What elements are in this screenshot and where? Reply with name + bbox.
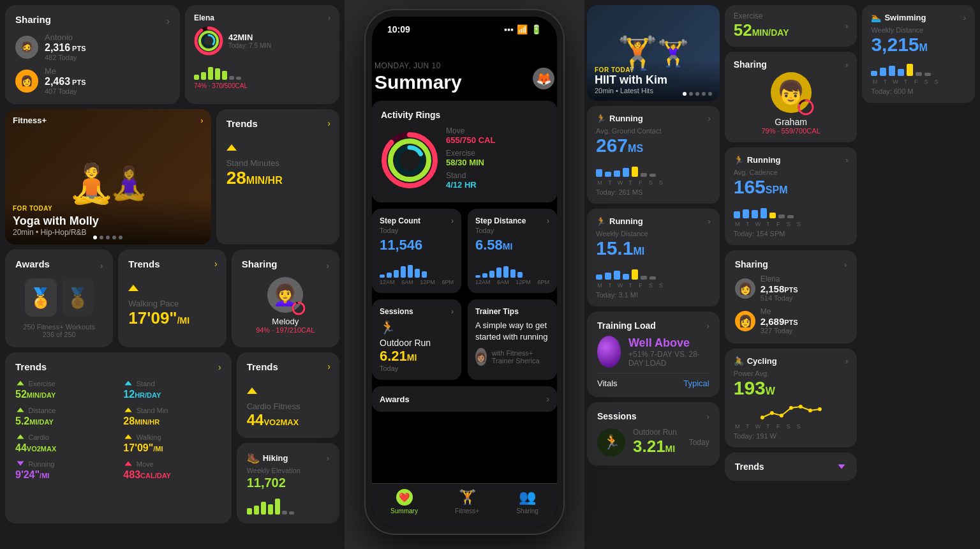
training-load-orb	[597, 336, 621, 368]
stand-label: Stand	[446, 171, 548, 180]
running-weekly-dist-card[interactable]: 🏃 Running › Weekly Distance 15.1MI	[587, 209, 720, 306]
sessions-icon: 🏃	[380, 320, 454, 335]
sharing-right-card[interactable]: Sharing › 👩 Elena 2,158PTS 514 Today 👩 M…	[725, 250, 858, 343]
activity-rings-title: Activity Rings	[381, 110, 548, 120]
running-wd-sub: Weekly Distance	[596, 230, 711, 237]
cycling-card[interactable]: 🚴 Cycling › Power Avg. 193W	[725, 349, 858, 447]
step-distance-label: Today	[475, 227, 549, 234]
step-distance-bars	[475, 259, 549, 278]
activity-rings-section[interactable]: Activity Rings	[372, 101, 557, 202]
trends-chevron-1: ›	[327, 118, 330, 128]
svg-point-16	[761, 416, 764, 419]
trends-stand-minutes[interactable]: Trends › Stand Minutes 28MIN/HR	[216, 109, 339, 244]
trainer-tips-card[interactable]: Trainer Tips A simple way to get started…	[468, 299, 557, 380]
step-count-card[interactable]: Step Count › Today 11,546	[372, 209, 461, 293]
share-elena-name: Elena	[761, 274, 798, 283]
trend-running: Running 9'24"/MI	[15, 458, 113, 481]
cycling-title: 🚴 Cycling	[734, 356, 777, 366]
hiking-card[interactable]: 🥾 Hiking › Weekly Elevation 11,702	[237, 443, 339, 523]
tab-sharing[interactable]: 👥 Sharing	[516, 489, 538, 515]
user-avatar[interactable]: 🦊	[533, 68, 554, 89]
running-cadence-card[interactable]: 🏃 Running › Avg. Cadence 165SPM	[725, 147, 858, 245]
swimming-card[interactable]: 🏊 Swimming › Weekly Distance 3,215M	[862, 5, 975, 103]
awards-phone-card[interactable]: Awards ›	[372, 386, 557, 412]
running-wd-icon: 🏃	[596, 216, 606, 226]
step-distance-card[interactable]: Step Distance › Today 6.58MI	[468, 209, 557, 293]
exercise-trend-card[interactable]: Exercise 52MIN/DAY ›	[725, 5, 858, 47]
user-antonio: 🧔 Antonio 2,316 PTS 482 Today	[15, 33, 170, 61]
me-today-left: 407 Today	[45, 87, 86, 95]
swimming-chevron: ›	[963, 13, 966, 22]
phone-scroll-area[interactable]: MONDAY, JUN 10 Summary 🦊 Activity Rings	[372, 54, 557, 483]
trends-cardio-card[interactable]: Trends › Cardio Fitness 44VO2MAX	[237, 352, 339, 438]
phone-date: MONDAY, JUN 10	[375, 61, 554, 70]
sharing-graham-card[interactable]: Sharing › 👦 Graham 79% · 559/700CAL	[725, 52, 858, 142]
avatar-me-left: 👩	[15, 70, 38, 93]
share-elena-info: Elena 2,158PTS 514 Today	[761, 274, 798, 302]
sessions-right-card[interactable]: Sessions › 🏃 Outdoor Run 3.21MI Today	[587, 402, 720, 465]
trends-big-card[interactable]: Trends › Exercise 52MIN/DAY Stand 12HR/D…	[5, 352, 232, 523]
share-me-info: Me 2,689PTS 327 Today	[761, 307, 798, 335]
sharing-graham-title: Sharing	[734, 59, 767, 70]
vitals-row: Vitals Typical	[597, 373, 709, 388]
sessions-card[interactable]: Sessions › 🏃 Outdoor Run 6.21MI Today	[372, 299, 461, 380]
training-load-content: Well Above +51% 7-DAY VS. 28-DAY LOAD	[597, 336, 709, 368]
trend-up-icon-2	[128, 285, 138, 291]
trend-cardio-arrow	[247, 387, 257, 394]
running-ground-contact-card[interactable]: 🏃 Running › Avg. Ground Contact 267MS	[587, 106, 720, 204]
trends-cardio-title: Trends	[247, 361, 329, 372]
sessions-right-chevron: ›	[706, 412, 709, 421]
trend-move: Move 483CAL/DAY	[123, 458, 221, 481]
sharing-right-chevron: ›	[844, 260, 847, 269]
antonio-today: 482 Today	[45, 54, 86, 61]
hero-title: HIIT with Kim	[595, 73, 712, 87]
tab-fitness-icon: 🏋️	[459, 489, 476, 506]
awards-card[interactable]: Awards › 🏅 🏅 250 Fitness+ Workouts 236 o…	[5, 250, 113, 347]
tab-summary[interactable]: ❤️ Summary	[390, 489, 418, 515]
share-me-row: 👩 Me 2,689PTS 327 Today	[735, 307, 847, 335]
sharing-card-left[interactable]: Sharing › 🧔 Antonio 2,316 PTS 482 Today …	[5, 5, 180, 104]
hero-right[interactable]: 🏋️ 🏋️‍♀️ FOR TODAY HIIT with Kim 20min •…	[587, 5, 720, 101]
sharing-right-title: Sharing	[735, 259, 768, 269]
elena-bars	[194, 61, 330, 80]
cycling-value: 193W	[734, 377, 849, 399]
sessions-grid: Sessions › 🏃 Outdoor Run 6.21MI Today	[372, 299, 557, 380]
exercise-value: 58/30 MIN	[446, 158, 548, 167]
right-col-2: Exercise 52MIN/DAY › Sharing › 👦	[725, 5, 858, 544]
fitness-plus-banner[interactable]: Fitness+ › 🧘 🧘‍♀️ FOR TODAY Yoga with Mo…	[5, 109, 211, 244]
running-gc-title: 🏃 Running	[596, 114, 643, 123]
trends-bottom-right-card[interactable]: Trends	[725, 453, 858, 481]
share-me-name: Me	[761, 307, 798, 316]
tab-fitness-plus[interactable]: 🏋️ Fitness+	[455, 489, 479, 515]
cycling-icon: 🚴	[734, 356, 744, 366]
exercise-trend-label: Exercise	[734, 11, 789, 20]
trends-title-1: Trends	[226, 118, 329, 129]
activity-rings-visual	[381, 132, 438, 189]
sharing-melody[interactable]: Sharing › 👩‍🦱 Melody 94% · 197/210CAL	[232, 250, 339, 347]
running-cad-title: 🏃 Running	[734, 155, 781, 165]
dot-1	[93, 236, 97, 239]
cycling-days: M T W T F S S	[734, 423, 849, 430]
svg-point-18	[780, 414, 783, 417]
running-gc-bars	[596, 159, 711, 177]
sharing-chevron-2: ›	[326, 260, 329, 271]
trainer-avatar: 👩🏽	[475, 348, 487, 366]
wifi-icon: 📶	[517, 24, 528, 34]
awards-icons: 🏅 🏅	[15, 278, 103, 317]
user-me-left: 👩 Me 2,463 PTS 407 Today	[15, 66, 170, 95]
elena-card[interactable]: Elena ›	[185, 5, 339, 104]
phone-time: 10:09	[387, 24, 410, 34]
trends-cardio-chevron: ›	[327, 361, 330, 372]
sessions-value: 6.21MI	[380, 348, 454, 365]
trends-walking-pace[interactable]: Trends › Walking Pace 17'09"/MI	[118, 250, 226, 347]
svg-point-21	[808, 409, 812, 412]
running-gc-sub: Avg. Ground Contact	[596, 127, 711, 135]
training-load-text: Well Above +51% 7-DAY VS. 28-DAY LOAD	[628, 336, 709, 368]
fitness-plus-arrow: ›	[200, 116, 203, 125]
trend-distance: Distance 5.2MI/DAY	[15, 404, 113, 427]
svg-point-17	[770, 411, 774, 415]
battery-icon: 🔋	[531, 24, 542, 34]
sharing-title-2: Sharing	[242, 259, 278, 269]
running-wd-chevron: ›	[708, 216, 710, 226]
training-load-card[interactable]: Training Load › Well Above +51% 7-DAY VS…	[587, 312, 720, 397]
